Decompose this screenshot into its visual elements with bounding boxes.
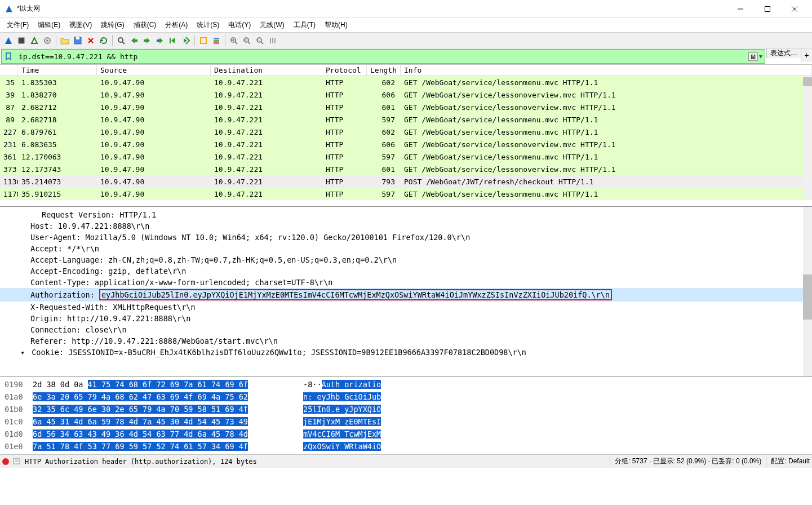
svg-line-27 [248,42,250,44]
zoom-out-icon[interactable] [241,34,253,47]
menu-wireless[interactable]: 无线(W) [255,19,289,32]
menu-go[interactable]: 跳转(G) [96,19,128,32]
detail-line[interactable]: User-Agent: Mozilla/5.0 (Windows NT 10.0… [0,232,812,243]
menu-statistics[interactable]: 统计(S) [192,19,224,32]
notepad-icon[interactable] [12,457,21,466]
detail-line[interactable]: Accept-Language: zh-CN,zh;q=0.8,zh-TW;q=… [0,254,812,265]
packet-row[interactable]: 872.68271210.9.47.9010.9.47.221HTTP601GE… [0,101,812,113]
menu-tools[interactable]: 工具(T) [289,19,320,32]
packet-row[interactable]: 2316.88363510.9.47.9010.9.47.221HTTP606G… [0,138,812,150]
find-icon[interactable] [115,34,127,47]
menu-help[interactable]: 帮助(H) [320,19,352,32]
hex-line[interactable]: 01b032 35 6c 49 6e 30 2e 65 79 4a 70 59 … [0,403,812,415]
detail-line[interactable]: X-Requested-With: XMLHttpRequest\r\n [0,302,812,313]
reload-icon[interactable] [97,34,110,47]
col-time[interactable]: Time [18,65,97,76]
menu-analyze[interactable]: 分析(A) [161,19,192,32]
menubar: 文件(F) 编辑(E) 视图(V) 跳转(G) 捕获(C) 分析(A) 统计(S… [0,18,812,33]
first-icon[interactable] [167,34,179,47]
window-title: *以太网 [17,4,727,14]
detail-line[interactable]: Content-Type: application/x-www-form-url… [0,277,812,288]
last-icon[interactable] [180,34,192,47]
open-icon[interactable] [59,34,71,47]
packet-row[interactable]: 113035.21407310.9.47.9010.9.47.221HTTP79… [0,175,812,188]
svg-text:1: 1 [258,38,260,42]
toolbar: 1 [0,33,812,48]
detail-line[interactable]: ▾ Cookie: JSESSIONID=x-B5uCRH_EhJx4tK6bl… [0,347,812,358]
clear-filter-icon[interactable]: ⊠ [748,52,758,61]
restart-capture-icon[interactable] [28,34,41,47]
autoscroll-icon[interactable] [197,34,210,47]
detail-line[interactable]: Connection: close\r\n [0,324,812,335]
packet-row[interactable]: 892.68271810.9.47.9010.9.47.221HTTP597GE… [0,113,812,126]
detail-line[interactable]: Referer: http://10.9.47.221:8888/WebGoat… [0,335,812,347]
hex-line[interactable]: 01e07a 51 78 4f 53 77 69 59 57 52 74 61 … [0,440,812,453]
status-profile[interactable]: 配置: Default [771,457,810,466]
col-dest[interactable]: Destination [211,65,322,76]
options-icon[interactable] [41,34,54,47]
menu-telephony[interactable]: 电话(Y) [224,19,255,32]
detail-line[interactable]: Authorization: eyJhbGciOiJub25lIn0.eyJpY… [0,288,812,302]
packet-row[interactable]: 391.83827010.9.47.9010.9.47.221HTTP606GE… [0,88,812,101]
app-icon [5,5,14,14]
resize-columns-icon[interactable] [267,34,279,47]
zoom-reset-icon[interactable]: 1 [254,34,266,47]
menu-file[interactable]: 文件(F) [2,19,33,32]
start-capture-icon[interactable] [2,34,15,47]
col-length[interactable]: Length [367,65,401,76]
display-filter-input[interactable] [15,51,748,62]
zoom-in-icon[interactable] [228,34,240,47]
svg-rect-20 [214,40,219,42]
packet-row[interactable]: 2276.87976110.9.47.9010.9.47.221HTTP602G… [0,126,812,138]
packet-row[interactable]: 351.83530310.9.47.9010.9.47.221HTTP602GE… [0,76,812,88]
statusbar: HTTP Authorization header (http.authoriz… [0,454,812,468]
detail-line[interactable]: Accept: */*\r\n [0,243,812,254]
col-no[interactable] [0,65,18,76]
vertical-scrollbar[interactable] [803,76,812,198]
separator [194,35,195,46]
packet-row[interactable]: 117835.91021510.9.47.9010.9.47.221HTTP59… [0,188,812,200]
prev-icon[interactable] [128,34,140,47]
col-source[interactable]: Source [97,65,211,76]
maximize-button[interactable] [755,1,780,17]
stop-capture-icon[interactable] [15,34,28,47]
save-icon[interactable] [72,34,84,47]
detail-line[interactable]: Host: 10.9.47.221:8888\r\n [0,220,812,232]
filter-dropdown-icon[interactable]: ▾ [759,52,762,60]
menu-capture[interactable]: 捕获(C) [129,19,161,32]
close-file-icon[interactable] [85,34,97,47]
packet-row[interactable]: 37312.17374310.9.47.9010.9.47.221HTTP601… [0,163,812,175]
menu-edit[interactable]: 编辑(E) [33,19,65,32]
hex-line[interactable]: 01902d 38 0d 0a 41 75 74 68 6f 72 69 7a … [0,378,812,391]
hex-line[interactable]: 01a06e 3a 20 65 79 4a 68 62 47 63 69 4f … [0,391,812,403]
svg-rect-19 [214,38,219,39]
minimize-button[interactable] [727,1,753,17]
status-field-info: HTTP Authorization header (http.authoriz… [25,458,257,466]
vertical-scrollbar[interactable] [803,207,812,376]
jump-icon[interactable] [154,34,166,47]
separator [225,35,225,46]
detail-line[interactable]: Request Version: HTTP/1.1 [0,209,812,220]
hex-line[interactable]: 01d06d 56 34 63 43 49 36 4d 54 63 77 4d … [0,428,812,440]
col-proto[interactable]: Protocol [322,65,367,76]
close-button[interactable] [782,1,807,17]
svg-line-23 [235,42,237,44]
svg-rect-18 [201,38,206,43]
packet-details[interactable]: Request Version: HTTP/1.1Host: 10.9.47.2… [0,206,812,376]
expression-button[interactable]: 表达式… [766,48,801,58]
add-filter-button[interactable]: + [801,48,812,62]
next-icon[interactable] [141,34,153,47]
bookmark-icon[interactable] [3,51,14,61]
packet-row[interactable]: 36112.17006310.9.47.9010.9.47.221HTTP597… [0,150,812,163]
detail-line[interactable]: Accept-Encoding: gzip, deflate\r\n [0,265,812,277]
packet-list-body[interactable]: 351.83530310.9.47.9010.9.47.221HTTP602GE… [0,76,812,206]
expert-info-icon[interactable] [2,458,9,465]
svg-rect-35 [14,458,19,464]
packet-bytes[interactable]: 01902d 38 0d 0a 41 75 74 68 6f 72 69 7a … [0,376,812,454]
menu-view[interactable]: 视图(V) [65,19,96,32]
colorize-icon[interactable] [210,34,223,47]
col-info[interactable]: Info [401,65,812,76]
hex-line[interactable]: 01c06a 45 31 4d 6a 59 78 4d 7a 45 30 4d … [0,415,812,428]
detail-line[interactable]: Origin: http://10.9.47.221:8888\r\n [0,313,812,324]
separator [112,35,113,46]
